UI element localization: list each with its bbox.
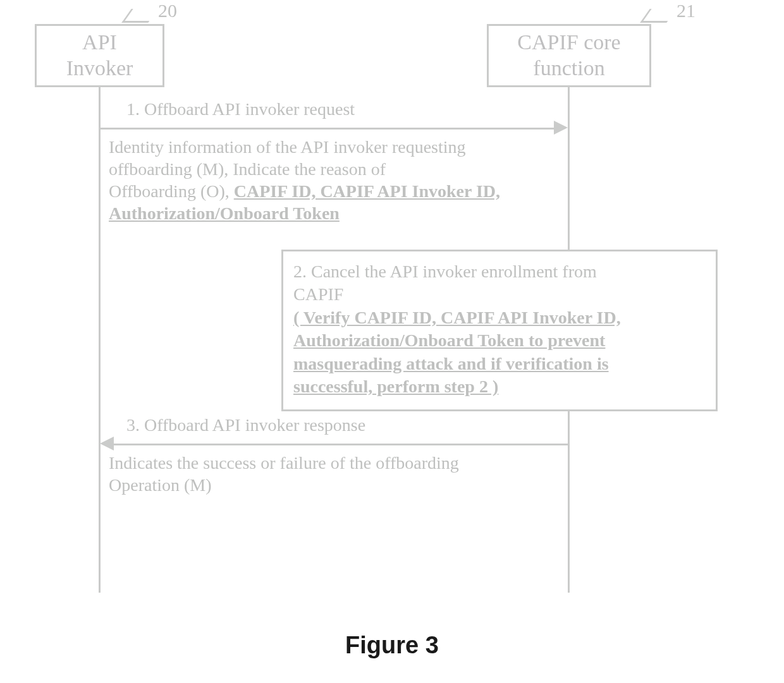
msg1-title: 1. Offboard API invoker request (126, 98, 355, 120)
msg1-body-line2: offboarding (M), Indicate the reason of (109, 159, 386, 179)
ref-tick-21 (640, 9, 676, 23)
actor-api-invoker: API Invoker (35, 24, 164, 87)
actor-capif-line1: CAPIF core (495, 30, 643, 56)
step2-title-a: 2. Cancel the API invoker enrollment fro… (293, 260, 706, 283)
step2-bold-b: Authorization/Onboard Token to prevent (293, 329, 706, 352)
ref-label-20: 20 (158, 0, 177, 21)
actor-api-invoker-line1: API (43, 30, 156, 56)
lifeline-api-invoker (99, 87, 101, 593)
actor-capif-core: CAPIF core function (487, 24, 651, 87)
msg1-body: Identity information of the API invoker … (109, 136, 589, 224)
diagram-canvas: 20 21 API Invoker CAPIF core function 1.… (0, 0, 784, 683)
step2-bold-d: successful, perform step 2 ) (293, 375, 706, 398)
msg1-arrowhead (554, 121, 568, 135)
msg3-body: Indicates the success or failure of the … (109, 452, 589, 496)
step2-bold-a: ( Verify CAPIF ID, CAPIF API Invoker ID, (293, 306, 706, 329)
msg1-body-line3a: Offboarding (O), (109, 181, 234, 201)
step2-title-b: CAPIF (293, 283, 706, 306)
step2-box: 2. Cancel the API invoker enrollment fro… (281, 250, 718, 411)
msg1-body-line1: Identity information of the API invoker … (109, 137, 466, 157)
actor-api-invoker-line2: Invoker (43, 56, 156, 82)
msg1-body-bold-b: Authorization/Onboard Token (109, 203, 340, 223)
figure-caption: Figure 3 (0, 632, 784, 659)
msg1-line (100, 128, 555, 130)
ref-tick-20 (121, 9, 157, 23)
msg3-arrowhead (100, 437, 114, 450)
step2-bold-c: masquerading attack and if verification … (293, 353, 706, 375)
msg3-body-line1: Indicates the success or failure of the … (109, 453, 459, 473)
msg3-title: 3. Offboard API invoker response (126, 414, 365, 436)
msg3-body-line2: Operation (M) (109, 475, 212, 495)
msg1-body-bold-a: CAPIF ID, CAPIF API Invoker ID, (234, 181, 500, 201)
ref-label-21: 21 (677, 0, 695, 21)
actor-capif-line2: function (495, 56, 643, 82)
msg3-line (113, 444, 568, 445)
